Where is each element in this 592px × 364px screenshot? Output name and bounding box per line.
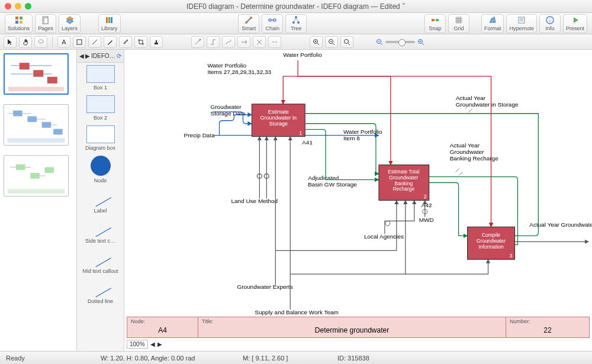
- label-gw-experts: Groundwater Experts: [237, 284, 292, 290]
- svg-rect-60: [42, 122, 52, 128]
- svg-rect-2: [15, 21, 18, 24]
- svg-rect-8: [106, 17, 108, 23]
- svg-marker-29: [574, 17, 578, 23]
- pointer-tool[interactable]: [4, 36, 17, 48]
- lib-item-label[interactable]: Label: [78, 188, 123, 214]
- svg-rect-3: [20, 21, 22, 24]
- svg-rect-0: [15, 17, 18, 20]
- footer-number-value: 22: [510, 324, 585, 336]
- layers-button[interactable]: Layers: [59, 14, 81, 33]
- svg-rect-1: [20, 17, 22, 20]
- footer-node-label: Node:: [131, 318, 194, 324]
- page-thumb-3[interactable]: [4, 155, 69, 197]
- svg-text:1: 1: [299, 130, 302, 136]
- svg-point-19: [297, 21, 300, 24]
- svg-point-14: [269, 19, 271, 21]
- zoom-slider[interactable]: [385, 41, 415, 43]
- zoom-fit-button[interactable]: [340, 36, 353, 48]
- toolbar-label: Grid: [453, 25, 464, 31]
- text-tool[interactable]: A: [57, 36, 70, 48]
- hand-tool[interactable]: [19, 36, 32, 48]
- svg-rect-9: [108, 17, 110, 23]
- info-button[interactable]: iInfo: [539, 14, 561, 33]
- status-ready: Ready: [6, 355, 77, 362]
- smart-button[interactable]: Smart: [238, 14, 259, 33]
- chevron-right-icon[interactable]: ▶: [157, 341, 162, 347]
- svg-line-51: [422, 43, 424, 45]
- lib-item-box2[interactable]: Box 2: [78, 95, 123, 121]
- status-id: ID: 315838: [337, 355, 408, 362]
- lib-item-diagram-box[interactable]: Diagram box: [78, 125, 123, 151]
- toolbar-label: Snap: [429, 25, 441, 31]
- connector-tool-5[interactable]: [253, 36, 266, 48]
- svg-rect-54: [20, 63, 30, 69]
- snap-button[interactable]: Snap: [424, 14, 446, 33]
- library-title: IDEFO…: [91, 53, 115, 59]
- svg-point-18: [292, 21, 295, 24]
- chevron-right-icon[interactable]: ▶: [85, 53, 90, 59]
- present-button[interactable]: Present: [563, 14, 587, 33]
- lib-item-node[interactable]: Node: [78, 156, 123, 183]
- toolbar-label: Format: [484, 25, 501, 31]
- svg-rect-55: [33, 70, 43, 76]
- library-header[interactable]: ◀ ▶ IDEFO… ⟳: [77, 50, 124, 63]
- solutions-button[interactable]: Solutions: [5, 14, 33, 33]
- toolbar-label: Solutions: [8, 25, 30, 31]
- grid-button[interactable]: Grid: [448, 14, 469, 33]
- page-thumb-1[interactable]: [4, 53, 69, 95]
- svg-point-13: [250, 17, 252, 19]
- svg-marker-30: [8, 39, 12, 45]
- lib-item-box1[interactable]: Box 1: [78, 65, 123, 91]
- diagram-canvas[interactable]: Water Portfolio Water PortfolioItems 27,…: [124, 50, 592, 327]
- svg-rect-36: [156, 40, 157, 43]
- hypernote-button[interactable]: Hypernote: [506, 14, 537, 33]
- connector-tool-3[interactable]: [222, 36, 235, 48]
- connector-tool-1[interactable]: [191, 36, 204, 48]
- connector-tool-2[interactable]: [207, 36, 220, 48]
- eyedropper-tool[interactable]: [119, 36, 132, 48]
- label-wp-items: Water PortfolioItems 27,28,29,31,32,33: [208, 62, 272, 75]
- pages-button[interactable]: Pages: [35, 14, 56, 33]
- format-button[interactable]: Format: [481, 14, 504, 33]
- page-thumb-2[interactable]: [4, 104, 69, 146]
- zoom-out-button[interactable]: [325, 36, 338, 48]
- svg-line-39: [317, 43, 319, 45]
- tree-button[interactable]: Tree: [285, 14, 307, 33]
- zoom-out-icon[interactable]: [376, 38, 383, 46]
- chevron-left-icon[interactable]: ◀: [150, 341, 155, 347]
- label-actual-year-storage: Actual YearGroundwater in Storage: [456, 95, 519, 108]
- pen-tool[interactable]: [104, 36, 117, 48]
- chain-button[interactable]: Chain: [262, 14, 283, 33]
- crop-tool[interactable]: [134, 36, 147, 48]
- connector-tool-6[interactable]: [268, 36, 281, 48]
- lib-item-side-text[interactable]: Side text c…: [78, 218, 123, 244]
- library-button[interactable]: Library: [98, 14, 121, 33]
- svg-rect-33: [77, 40, 82, 44]
- label-local-agencies: Local Agencies: [364, 233, 404, 240]
- svg-rect-64: [30, 173, 40, 179]
- lib-item-mid-text[interactable]: Mid text callout: [78, 249, 123, 274]
- svg-point-37: [200, 38, 201, 40]
- lib-item-dotted-line[interactable]: Dotted line: [78, 279, 123, 304]
- label-adjudicated: AdjudicatedBasin GW Storage: [308, 175, 357, 188]
- lib-label: Dotted line: [88, 298, 113, 304]
- canvas-area[interactable]: Water Portfolio Water PortfolioItems 27,…: [124, 50, 592, 351]
- window-title: IDEF0 diagram - Determine groundwater - …: [0, 2, 592, 11]
- label-supply-balance: Supply and Balance Work Team: [255, 309, 338, 315]
- chevron-left-icon[interactable]: ◀: [79, 53, 84, 59]
- zoom-in-icon[interactable]: [417, 38, 424, 46]
- zoom-select[interactable]: 100%: [127, 340, 148, 349]
- note-tool[interactable]: [73, 36, 86, 48]
- stamp-tool[interactable]: [150, 36, 163, 48]
- label-a42: A42: [422, 202, 432, 208]
- svg-rect-61: [53, 129, 63, 135]
- line-tool[interactable]: [88, 36, 101, 48]
- titlebar: IDEF0 diagram - Determine groundwater - …: [0, 0, 592, 13]
- toolbar-label: Tree: [291, 25, 301, 31]
- lasso-tool[interactable]: [34, 36, 47, 48]
- refresh-icon[interactable]: ⟳: [117, 53, 121, 59]
- connector-tool-4[interactable]: [237, 36, 250, 48]
- pages-panel: [0, 50, 77, 351]
- zoom-in-button[interactable]: [310, 36, 323, 48]
- svg-text:3: 3: [509, 253, 512, 259]
